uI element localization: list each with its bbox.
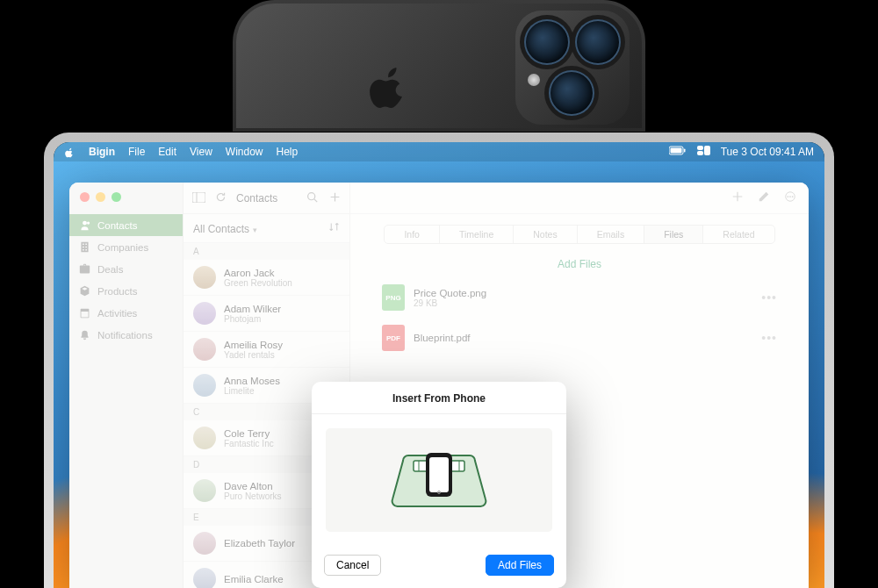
cancel-button[interactable]: Cancel bbox=[324, 555, 381, 576]
modal-title: Insert From Phone bbox=[312, 382, 566, 414]
svg-rect-1 bbox=[670, 148, 681, 154]
svg-rect-4 bbox=[704, 146, 710, 155]
camera-module bbox=[515, 11, 630, 125]
camera-lens-icon bbox=[524, 19, 570, 65]
camera-lens-icon bbox=[549, 70, 594, 116]
camera-flash-icon bbox=[528, 74, 540, 86]
svg-rect-2 bbox=[684, 149, 686, 153]
svg-rect-3 bbox=[697, 146, 703, 150]
modal-illustration bbox=[326, 428, 552, 532]
menubar-item[interactable]: Edit bbox=[158, 146, 176, 158]
menubar-item[interactable]: File bbox=[128, 146, 145, 158]
menubar-item[interactable]: Window bbox=[226, 146, 263, 158]
app-window: Contacts Companies Deals Products Activi… bbox=[69, 183, 809, 588]
insert-from-phone-modal: Insert From Phone Cancel Add Files bbox=[312, 382, 566, 588]
camera-lens-icon bbox=[575, 19, 621, 65]
battery-icon[interactable] bbox=[669, 146, 687, 158]
svg-rect-5 bbox=[697, 151, 703, 155]
menubar-clock[interactable]: Tue 3 Oct 09:41 AM bbox=[721, 146, 814, 158]
menubar-item[interactable]: View bbox=[190, 146, 212, 158]
laptop-device: Bigin File Edit View Window Help Tue 3 O… bbox=[44, 133, 834, 588]
iphone-device bbox=[233, 0, 645, 132]
apple-logo-icon bbox=[369, 61, 411, 111]
apple-menu-icon[interactable] bbox=[64, 147, 76, 158]
control-center-icon[interactable] bbox=[697, 146, 710, 158]
menubar-item[interactable]: Help bbox=[277, 146, 299, 158]
menubar: Bigin File Edit View Window Help Tue 3 O… bbox=[54, 142, 824, 161]
phone-icon bbox=[426, 453, 452, 497]
add-files-button[interactable]: Add Files bbox=[486, 555, 554, 576]
menubar-app-name[interactable]: Bigin bbox=[89, 146, 115, 158]
